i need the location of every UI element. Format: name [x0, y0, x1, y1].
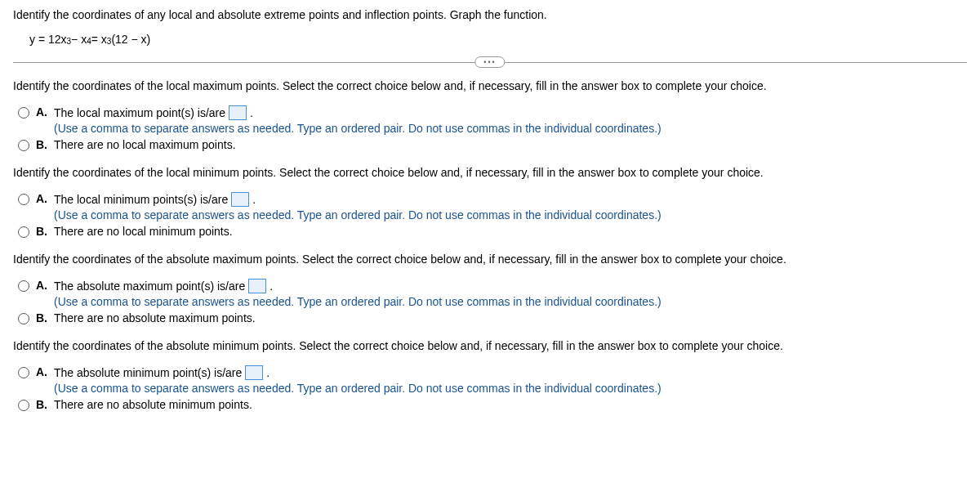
q3-choices: A. The absolute maximum point(s) is/are …	[13, 279, 967, 324]
equation: y = 12x3 − x4 = x3(12 − x)	[29, 33, 967, 46]
expand-button[interactable]: •••	[474, 56, 505, 68]
q1-a-text-pre: The local maximum point(s) is/are	[54, 106, 225, 119]
q4-hint: (Use a comma to separate answers as need…	[54, 382, 967, 395]
q1-b-text: There are no local maximum points.	[54, 138, 236, 151]
q4-choice-b: B. There are no absolute minimum points.	[18, 398, 967, 411]
choice-label-a: A.	[36, 192, 49, 205]
q1-radio-a[interactable]	[18, 107, 29, 119]
q2-radio-b[interactable]	[18, 226, 29, 238]
choice-label-b: B.	[36, 225, 49, 238]
q2-choice-b: B. There are no local minimum points.	[18, 225, 967, 238]
q4-choice-a: A. The absolute minimum point(s) is/are …	[18, 365, 967, 395]
q1-radio-b[interactable]	[18, 140, 29, 151]
q1-answer-box[interactable]	[229, 105, 247, 120]
q3-hint: (Use a comma to separate answers as need…	[54, 295, 967, 308]
q1-choice-a: A. The local maximum point(s) is/are . (…	[18, 105, 967, 135]
q1-choice-b: B. There are no local maximum points.	[18, 138, 967, 151]
q3-a-text-post: .	[270, 280, 273, 293]
divider: •••	[13, 62, 967, 63]
q4-choices: A. The absolute minimum point(s) is/are …	[13, 365, 967, 411]
q2-choice-a: A. The local minimum points(s) is/are . …	[18, 192, 967, 221]
q3-choice-b: B. There are no absolute maximum points.	[18, 311, 967, 324]
q3-radio-b[interactable]	[18, 313, 29, 324]
q2-b-text: There are no local minimum points.	[54, 225, 233, 238]
choice-label-a: A.	[36, 365, 49, 378]
q2-a-text-post: .	[252, 193, 256, 206]
q1-a-text-post: .	[250, 106, 253, 119]
question-instructions: Identify the coordinates of any local an…	[13, 8, 967, 21]
q1-prompt: Identify the coordinates of the local ma…	[13, 79, 967, 92]
q3-choice-a: A. The absolute maximum point(s) is/are …	[18, 279, 967, 308]
q4-a-text-post: .	[266, 366, 270, 379]
q1-hint: (Use a comma to separate answers as need…	[54, 122, 967, 135]
q2-prompt: Identify the coordinates of the local mi…	[13, 166, 967, 179]
choice-label-a: A.	[36, 279, 49, 292]
q4-prompt: Identify the coordinates of the absolute…	[13, 339, 967, 352]
q2-hint: (Use a comma to separate answers as need…	[54, 208, 967, 221]
choice-label-a: A.	[36, 105, 49, 119]
q4-answer-box[interactable]	[245, 365, 263, 380]
q4-radio-b[interactable]	[18, 400, 29, 411]
q4-a-text-pre: The absolute minimum point(s) is/are	[54, 366, 242, 379]
q3-b-text: There are no absolute maximum points.	[54, 311, 256, 324]
q3-prompt: Identify the coordinates of the absolute…	[13, 253, 967, 266]
choice-label-b: B.	[36, 138, 49, 151]
q3-radio-a[interactable]	[18, 280, 29, 292]
q3-a-text-pre: The absolute maximum point(s) is/are	[54, 280, 245, 293]
q2-answer-box[interactable]	[231, 192, 249, 207]
q2-radio-a[interactable]	[18, 194, 29, 205]
q2-choices: A. The local minimum points(s) is/are . …	[13, 192, 967, 238]
choice-label-b: B.	[36, 311, 49, 324]
q1-choices: A. The local maximum point(s) is/are . (…	[13, 105, 967, 151]
q4-b-text: There are no absolute minimum points.	[54, 398, 252, 411]
q2-a-text-pre: The local minimum points(s) is/are	[54, 193, 228, 206]
choice-label-b: B.	[36, 398, 49, 411]
q4-radio-a[interactable]	[18, 367, 29, 378]
q3-answer-box[interactable]	[248, 279, 266, 293]
